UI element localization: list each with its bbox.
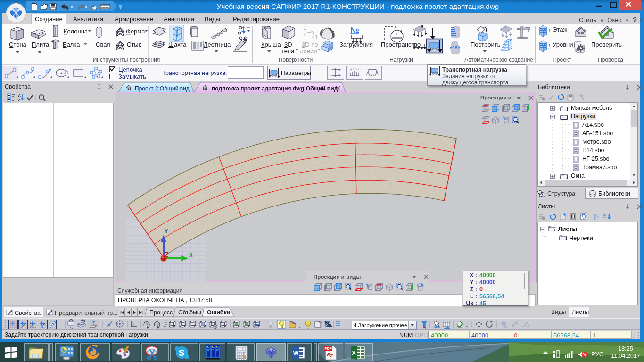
svg-text:y: y [157, 322, 159, 326]
svg-text:Стык: Стык [127, 41, 141, 48]
svg-text:Z: Z [18, 98, 21, 102]
svg-text:Проверить: Проверить [591, 41, 622, 48]
svg-text:3D: 3D [284, 41, 292, 48]
svg-text:Крыша: Крыша [261, 41, 281, 48]
svg-text:линии: линии [300, 48, 317, 55]
svg-text:Пространство: Пространство [381, 41, 421, 48]
svg-text:S: S [179, 348, 185, 358]
svg-text:Построить: Построить [471, 41, 501, 48]
svg-text:ƒ: ƒ [548, 28, 551, 33]
svg-text:x: x [395, 32, 397, 36]
svg-text:Y: Y [164, 227, 169, 235]
svg-text:Колонна: Колонна [64, 28, 88, 35]
svg-text:1: 1 [304, 25, 307, 31]
svg-text:Плита: Плита [32, 41, 50, 48]
svg-text:Уровни: Уровни [553, 41, 573, 48]
svg-text:тела: тела [281, 48, 295, 55]
svg-text:Ферма: Ферма [126, 28, 145, 35]
svg-text:W: W [293, 350, 299, 357]
svg-text:Балка: Балка [63, 41, 80, 48]
svg-text:Лестница: Лестница [204, 41, 231, 48]
svg-text:ƒ: ƒ [548, 43, 551, 49]
svg-text:Загружения: Загружения [339, 41, 373, 48]
svg-text:x: x [146, 322, 149, 326]
svg-text:X: X [352, 349, 356, 356]
svg-text:PDF: PDF [325, 346, 332, 351]
svg-text:Стена: Стена [9, 41, 27, 48]
svg-text:№: № [350, 25, 359, 34]
svg-text:3D по: 3D по [302, 41, 318, 48]
svg-text:X: X [189, 251, 193, 259]
svg-text:1: 1 [315, 34, 318, 41]
svg-text:Этаж: Этаж [553, 26, 567, 33]
svg-text:Свая: Свая [96, 41, 110, 48]
